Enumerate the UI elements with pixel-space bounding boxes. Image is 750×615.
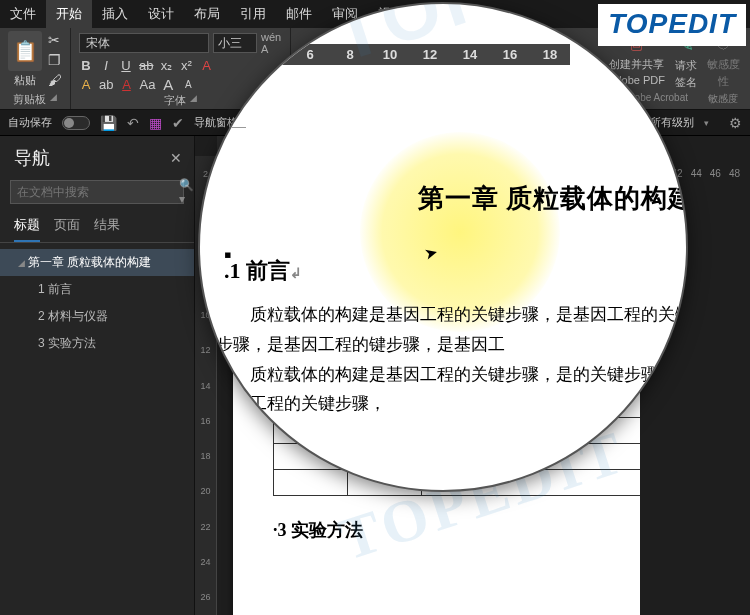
nav-close-icon[interactable]: ✕ <box>170 150 182 166</box>
navigation-pane: 导航 ✕ 🔍▾ 标题 页面 结果 ◢第一章 质粒载体的构建 1 前言 2 材料与… <box>0 136 195 615</box>
mag-para2: 质粒载体的构建是基因工程的关键步骤，是的关键步骤，是基因工程的关键步骤， <box>210 360 688 420</box>
qat-icon[interactable]: ▦ <box>149 115 162 131</box>
undo-icon[interactable]: ↶ <box>127 115 139 131</box>
menu-design[interactable]: 设计 <box>138 0 184 28</box>
clear-format-button[interactable]: ab <box>99 77 113 92</box>
search-input[interactable] <box>11 185 173 199</box>
settings-icon[interactable]: ⚙ <box>729 115 742 131</box>
nav-search[interactable]: 🔍▾ <box>10 180 184 204</box>
outline-item-3[interactable]: 3 实验方法 <box>0 330 194 357</box>
autosave-label: 自动保存 <box>8 115 52 130</box>
font-color-button[interactable]: A <box>119 77 133 92</box>
text-effects-button[interactable]: A <box>199 58 213 73</box>
strike-button[interactable]: ab <box>139 58 153 73</box>
menu-references[interactable]: 引用 <box>230 0 276 28</box>
outline-tree: ◢第一章 质粒载体的构建 1 前言 2 材料与仪器 3 实验方法 <box>0 243 194 363</box>
copy-icon[interactable]: ❐ <box>48 52 62 68</box>
menu-file[interactable]: 文件 <box>0 0 46 28</box>
phonetic-guide-icon[interactable]: wénA <box>261 31 281 55</box>
nav-tab-pages[interactable]: 页面 <box>54 216 80 242</box>
font-launcher-icon[interactable]: ◢ <box>190 93 197 108</box>
underline-button[interactable]: U <box>119 58 133 73</box>
heading-section3[interactable]: ·3 实验方法 <box>273 518 693 542</box>
change-case-button[interactable]: Aa <box>139 77 155 92</box>
collapse-icon[interactable]: ◢ <box>18 258 28 268</box>
autosave-toggle[interactable] <box>62 116 90 130</box>
sensitivity-group-label: 敏感度 <box>708 92 738 106</box>
menu-layout[interactable]: 布局 <box>184 0 230 28</box>
menu-insert[interactable]: 插入 <box>92 0 138 28</box>
save-icon[interactable]: 💾 <box>100 115 117 131</box>
ribbon-clipboard-group: 📋 粘贴 ✂ ❐ 🖌 剪贴板◢ <box>0 28 71 109</box>
mag-document: ↲ 第一章 质粒载体的构建↲ .1 前言↲ 质粒载体的构建是基因工程的关键步骤，… <box>210 82 688 419</box>
nav-tab-results[interactable]: 结果 <box>94 216 120 242</box>
topedit-logo: TOPEDIT <box>608 8 736 40</box>
bold-button[interactable]: B <box>79 58 93 73</box>
mag-para1: 质粒载体的构建是基因工程的关键步骤，是基因工程的关键步骤，是基因工程的键步骤，是… <box>210 300 688 360</box>
paste-button[interactable]: 📋 <box>8 31 42 71</box>
outline-item-chapter1[interactable]: ◢第一章 质粒载体的构建 <box>0 249 194 276</box>
mag-heading2: .1 前言↲ <box>224 256 688 286</box>
logo-badge: TOPEDIT <box>598 4 746 46</box>
navpane-check-icon[interactable]: ✔ <box>172 115 184 131</box>
font-group-label: 字体 <box>164 93 186 108</box>
superscript-button[interactable]: x² <box>179 58 193 73</box>
font-size-select[interactable]: 小三 <box>213 33 257 53</box>
highlight-button[interactable]: A <box>79 77 93 92</box>
shrink-font-button[interactable]: A <box>181 79 195 90</box>
clipboard-group-label: 剪贴板 <box>13 92 46 107</box>
magnifier-overlay: 2 4 6 8 10 12 14 16 18 TOPEDIT ▪ ➤ ↲ 第一章… <box>198 2 688 492</box>
nav-title: 导航 <box>14 146 50 170</box>
paste-label: 粘贴 <box>14 73 36 88</box>
cut-icon[interactable]: ✂ <box>48 32 62 48</box>
font-name-select[interactable]: 宋体 <box>79 33 209 53</box>
grow-font-button[interactable]: A <box>161 76 175 93</box>
outline-item-1[interactable]: 1 前言 <box>0 276 194 303</box>
outline-item-2[interactable]: 2 材料与仪器 <box>0 303 194 330</box>
menu-mail[interactable]: 邮件 <box>276 0 322 28</box>
clipboard-launcher-icon[interactable]: ◢ <box>50 92 57 107</box>
format-painter-icon[interactable]: 🖌 <box>48 72 62 88</box>
subscript-button[interactable]: x₂ <box>159 58 173 73</box>
nav-tabs: 标题 页面 结果 <box>0 208 194 243</box>
nav-tab-headings[interactable]: 标题 <box>14 216 40 242</box>
mag-heading1: 第一章 质粒载体的构建↲ <box>210 181 688 216</box>
italic-button[interactable]: I <box>99 58 113 73</box>
menu-home[interactable]: 开始 <box>46 0 92 28</box>
